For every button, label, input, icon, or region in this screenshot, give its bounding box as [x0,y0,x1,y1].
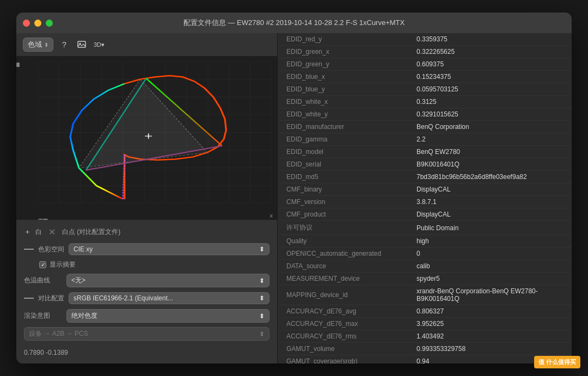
info-key: EDID_green_x [278,46,410,58]
gamut-dropdown[interactable]: 色域 ⬍ [23,38,53,52]
table-row: CMF_version 3.8.7.1 [278,196,572,208]
info-key: EDID_gamma [278,133,410,146]
show-summary-row: ✓ 显示摘要 [39,260,270,269]
minimize-button[interactable] [34,20,41,27]
table-row: EDID_blue_y 0.0595703125 [278,83,572,96]
device-row: 设备 → A2B → PCS ⬍ [24,327,270,341]
y-label-0.0: 0.0 [16,61,20,68]
info-value: 0.0595703125 [410,83,572,96]
right-panel: EDID_red_y 0.3359375 EDID_green_x 0.3222… [278,33,572,363]
table-row: GAMUT_coverage(srgb) 0.94 [278,355,572,364]
render-row: 渲染意图 绝对色度 ⬍ [24,309,270,323]
table-row: EDID_white_y 0.3291015625 [278,108,572,121]
traffic-lights [23,20,53,27]
color-space-row: 色彩空间 CIE xy ⬍ [24,243,270,256]
info-key: DATA_source [278,260,410,273]
coords-row: 0.7890 -0.1389 [24,345,270,358]
window-title: 配置文件信息 — EW2780 #2 2019-10-14 10-28 2.2 … [183,18,405,28]
show-summary-checkbox[interactable]: ✓ [39,261,46,268]
info-key: CMF_binary [278,183,410,196]
contrast-row: 对比配置 sRGB IEC61966-2.1 (Equivalent... ⬍ [24,292,270,305]
info-value: B9K0016401Q [410,158,572,171]
x-label-09: 0.9 [38,218,46,220]
maximize-button[interactable] [46,20,53,27]
help-icon[interactable]: ? [58,38,71,51]
render-select[interactable]: 绝对色度 ⬍ [66,309,270,323]
chromaticity-svg [38,61,272,204]
content-area: 色域 ⬍ ? 3D▾ 0.8 0.7 [16,33,572,363]
info-value: 0.15234375 [410,71,572,83]
titlebar: 配置文件信息 — EW2780 #2 2019-10-14 10-28 2.2 … [16,13,572,33]
table-row: OPENICC_automatic_generated 0 [278,248,572,260]
chevron-up-down-icon: ⬍ [44,42,48,48]
main-window: 配置文件信息 — EW2780 #2 2019-10-14 10-28 2.2 … [16,13,572,363]
info-value: 3.952625 [410,318,572,330]
info-value: xrandr-BenQ Corporation-BenQ EW2780-B9K0… [410,285,572,305]
info-value: calib [410,260,572,273]
info-key: EDID_green_y [278,58,410,71]
table-row: EDID_model BenQ EW2780 [278,146,572,158]
table-row: EDID_green_x 0.322265625 [278,46,572,58]
info-key: EDID_blue_y [278,83,410,96]
svg-rect-0 [78,41,85,47]
info-value: 0.3291015625 [410,108,572,121]
chevron-down-icon: ⬍ [259,294,265,302]
table-row: EDID_gamma 2.2 [278,133,572,146]
info-key: EDID_model [278,146,410,158]
info-key: EDID_white_x [278,96,410,108]
info-key: EDID_blue_x [278,71,410,83]
x-axis-name: x [270,212,273,219]
contrast-select[interactable]: sRGB IEC61966-2.1 (Equivalent... ⬍ [69,292,270,304]
info-value: 0 [410,248,572,260]
info-key: EDID_red_y [278,33,410,46]
table-row: EDID_white_x 0.3125 [278,96,572,108]
table-row: EDID_red_y 0.3359375 [278,33,572,46]
table-row: EDID_serial B9K0016401Q [278,158,572,171]
table-row: Quality high [278,235,572,248]
left-panel: 色域 ⬍ ? 3D▾ 0.8 0.7 [16,33,278,363]
table-row: 许可协议 Public Domain [278,221,572,235]
temp-curve-select[interactable]: <无> ⬍ [66,274,270,287]
table-row: MAPPING_device_id xrandr-BenQ Corporatio… [278,285,572,305]
chevron-down-icon: ⬍ [259,277,265,285]
gamut-chart: 0.8 0.7 0.6 0.5 0.4 0.3 0.2 0.1 0.0 [16,56,277,220]
info-key: Quality [278,235,410,248]
info-value: 3.8.7.1 [410,196,572,208]
info-key: EDID_manufacturer [278,121,410,133]
table-row: ACCURACY_dE76_rms 1.403492 [278,330,572,343]
info-value: 2.2 [410,133,572,146]
info-key: ACCURACY_dE76_rms [278,330,410,343]
table-row: ACCURACY_dE76_avg 0.806327 [278,305,572,318]
chevron-down-icon: ⬍ [259,245,265,253]
table-row: CMF_binary DisplayCAL [278,183,572,196]
left-toolbar: 色域 ⬍ ? 3D▾ [16,33,277,56]
info-key: EDID_white_y [278,108,410,121]
table-row: DATA_source calib [278,260,572,273]
image-icon[interactable] [75,38,88,51]
info-key: EDID_serial [278,158,410,171]
threed-icon[interactable]: 3D▾ [93,38,106,51]
left-controls: ＋ 白 ✕ 白点 (对比配置文件) 色彩空间 CIE xy ⬍ ✓ [16,220,277,363]
info-value: 0.3359375 [410,33,572,46]
info-key: EDID_md5 [278,171,410,183]
table-row: EDID_manufacturer BenQ Corporation [278,121,572,133]
table-row: GAMUT_volume 0.993353329758 [278,343,572,355]
table-row: EDID_md5 7bd3d81bc96b56b2a6d8ffe03eef9a8… [278,171,572,183]
info-key: GAMUT_coverage(srgb) [278,355,410,364]
info-value: 1.403492 [410,330,572,343]
info-key: MEASUREMENT_device [278,273,410,285]
color-space-select[interactable]: CIE xy ⬍ [69,243,270,255]
info-table: EDID_red_y 0.3359375 EDID_green_x 0.3222… [278,33,572,363]
table-row: EDID_green_y 0.609375 [278,58,572,71]
table-row: ACCURACY_dE76_max 3.952625 [278,318,572,330]
info-value: Public Domain [410,221,572,235]
chart-area [38,61,272,204]
info-value: 7bd3d81bc96b56b2a6d8ffe03eef9a82 [410,171,572,183]
info-value: 0.609375 [410,58,572,71]
close-button[interactable] [23,20,30,27]
table-row: EDID_blue_x 0.15234375 [278,71,572,83]
info-key: CMF_version [278,196,410,208]
info-value: DisplayCAL [410,183,572,196]
add-white-button[interactable]: ＋ [24,227,31,237]
dash-line [24,249,34,250]
